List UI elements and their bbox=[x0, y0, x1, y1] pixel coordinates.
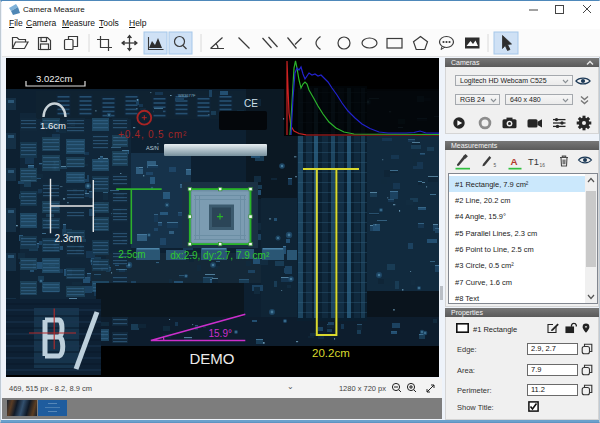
svg-text:2.3cm: 2.3cm bbox=[55, 233, 82, 244]
svg-text:T1: T1 bbox=[528, 157, 539, 167]
svg-text:W83677F: W83677F bbox=[178, 93, 196, 98]
svg-text:CE: CE bbox=[244, 98, 258, 109]
svg-text:16: 16 bbox=[540, 163, 546, 168]
svg-text:A: A bbox=[511, 156, 518, 167]
svg-text:3.022cm: 3.022cm bbox=[36, 73, 73, 84]
svg-text:5: 5 bbox=[494, 163, 497, 168]
svg-text:15.9°: 15.9° bbox=[209, 328, 232, 339]
svg-text:AS/N: AS/N bbox=[146, 145, 159, 151]
svg-text:DEMO: DEMO bbox=[190, 350, 235, 367]
svg-text:dx:2.9, dy:2.7, 7.9 cm²: dx:2.9, dy:2.7, 7.9 cm² bbox=[170, 250, 270, 261]
svg-text:20.2cm: 20.2cm bbox=[312, 347, 350, 359]
svg-text:1.6cm: 1.6cm bbox=[40, 120, 66, 131]
svg-text:+0.4, 0.5 cm²: +0.4, 0.5 cm² bbox=[118, 129, 187, 140]
svg-text:2.5cm: 2.5cm bbox=[118, 249, 145, 260]
